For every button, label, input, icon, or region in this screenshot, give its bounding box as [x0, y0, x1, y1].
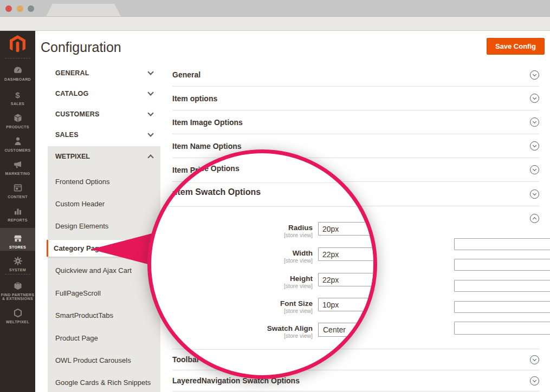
- content-panel: Configuration Save Config GENERAL CATALO…: [35, 31, 550, 392]
- chevron-down-circle-icon[interactable]: [530, 376, 539, 386]
- browser-titlebar: [0, 0, 550, 16]
- sales-icon: $: [0, 89, 35, 101]
- divider: [167, 182, 373, 183]
- config-nav-section-customers[interactable]: CUSTOMERS: [48, 104, 160, 124]
- content-icon: [0, 182, 35, 194]
- marketing-icon: [0, 159, 35, 171]
- chevron-down-icon: [147, 89, 153, 95]
- stores-icon: [0, 232, 35, 244]
- sidebar-item-dashboard[interactable]: DASHBOARD: [0, 63, 35, 81]
- nav-item-quickview[interactable]: Quickview and Ajax Cart: [55, 266, 132, 275]
- reports-icon: [0, 205, 35, 217]
- nav-item-smartproducttabs[interactable]: SmartProductTabs: [55, 311, 113, 319]
- save-config-button[interactable]: Save Config: [487, 38, 545, 55]
- config-nav-wetpixel-panel: WETPIXEL Frontend Options Custom Header …: [48, 146, 160, 392]
- admin-sidebar: DASHBOARD $ SALES PRODUCTS CUSTOMERS: [0, 31, 35, 392]
- chevron-down-icon: [147, 130, 153, 136]
- system-icon: [0, 255, 35, 267]
- nav-item-google-cards[interactable]: Google Cards & Rich Snippets: [55, 378, 151, 387]
- browser-window: DASHBOARD $ SALES PRODUCTS CUSTOMERS: [0, 0, 550, 392]
- magento-logo-icon[interactable]: [9, 35, 27, 54]
- sidebar-item-sales[interactable]: $ SALES: [0, 88, 35, 106]
- chevron-up-circle-icon[interactable]: [530, 214, 539, 223]
- sidebar-item-find-partners[interactable]: FIND PARTNERS & EXTENSIONS: [0, 279, 35, 300]
- sidebar-item-weltpixel[interactable]: WELTPIXEL: [0, 306, 35, 324]
- nav-item-fullpagescroll[interactable]: FullPageScroll: [55, 289, 101, 297]
- swatch-align-select[interactable]: [454, 322, 550, 335]
- nav-item-custom-header[interactable]: Custom Header: [55, 200, 105, 208]
- browser-toolbar: [0, 16, 550, 31]
- height-input[interactable]: [318, 273, 373, 286]
- magnifier-content: Item Price Options Item Swatch Options R…: [151, 153, 373, 375]
- chevron-down-circle-icon[interactable]: [530, 141, 539, 151]
- font-size-label: Font Size [store view]: [183, 299, 313, 315]
- radius-label: Radius [store view]: [183, 224, 313, 239]
- swatch-align-label: Swatch Align [store view]: [183, 324, 313, 339]
- chevron-down-icon: [147, 110, 153, 116]
- nav-item-design-elements[interactable]: Design Elements: [55, 222, 108, 230]
- config-nav-section-wetpixel[interactable]: WETPIXEL: [48, 146, 160, 167]
- magento-admin: DASHBOARD $ SALES PRODUCTS CUSTOMERS: [0, 31, 550, 392]
- accordion-item-options[interactable]: Item options: [172, 87, 539, 110]
- sidebar-item-content[interactable]: CONTENT: [0, 181, 35, 199]
- nav-item-frontend-options[interactable]: Frontend Options: [55, 178, 109, 186]
- radius-input[interactable]: [454, 238, 550, 250]
- extensions-icon: [0, 280, 35, 292]
- fullscreen-window-icon[interactable]: [28, 5, 34, 12]
- chevron-down-circle-icon[interactable]: [530, 94, 539, 103]
- sidebar-item-reports[interactable]: REPORTS: [0, 204, 35, 222]
- chevron-down-circle-icon[interactable]: [530, 190, 539, 199]
- divider: [165, 206, 373, 207]
- chevron-down-circle-icon[interactable]: [530, 355, 539, 364]
- chevron-down-circle-icon[interactable]: [530, 70, 539, 80]
- accordion-item-image-options[interactable]: Item Image Options: [172, 110, 539, 134]
- magnified-section-title: Item Swatch Options: [175, 187, 261, 197]
- sidebar-item-stores[interactable]: STORES: [0, 228, 35, 251]
- config-nav-section-catalog[interactable]: CATALOG: [48, 84, 160, 103]
- hexagon-icon: [0, 307, 35, 319]
- browser-tab[interactable]: [46, 4, 121, 16]
- chevron-down-icon: [147, 69, 153, 75]
- sidebar-item-customers[interactable]: CUSTOMERS: [0, 134, 35, 152]
- chevron-up-icon: [147, 154, 153, 160]
- nav-item-product-page[interactable]: Product Page: [55, 334, 98, 342]
- font-size-input[interactable]: [318, 298, 373, 311]
- radius-input[interactable]: [318, 222, 373, 236]
- page-title: Configuration: [41, 40, 121, 55]
- config-nav-section-general[interactable]: GENERAL: [48, 63, 160, 83]
- products-icon: [0, 112, 35, 124]
- sidebar-divider: [5, 274, 30, 275]
- height-input[interactable]: [454, 280, 550, 292]
- customers-icon: [0, 135, 35, 147]
- sidebar-item-marketing[interactable]: MARKETING: [0, 158, 35, 175]
- chevron-down-circle-icon[interactable]: [530, 165, 539, 174]
- sidebar-item-products[interactable]: PRODUCTS: [0, 111, 35, 129]
- sidebar-item-system[interactable]: SYSTEM: [0, 254, 35, 272]
- dashboard-icon: [0, 64, 35, 76]
- width-input[interactable]: [454, 259, 550, 271]
- width-input[interactable]: [318, 247, 373, 261]
- close-window-icon[interactable]: [5, 5, 12, 12]
- chevron-down-circle-icon[interactable]: [530, 117, 539, 127]
- minimize-window-icon[interactable]: [17, 5, 23, 12]
- nav-item-owl-carousels[interactable]: OWL Product Carousels: [55, 356, 131, 364]
- width-label: Width [store view]: [183, 249, 313, 264]
- config-nav-section-sales[interactable]: SALES: [48, 125, 160, 145]
- accordion-general[interactable]: General: [172, 63, 539, 87]
- font-size-input[interactable]: [454, 301, 550, 313]
- sidebar-divider: [5, 58, 30, 58]
- magnifier-circle: Item Price Options Item Swatch Options R…: [147, 149, 377, 379]
- height-label: Height [store view]: [183, 275, 313, 290]
